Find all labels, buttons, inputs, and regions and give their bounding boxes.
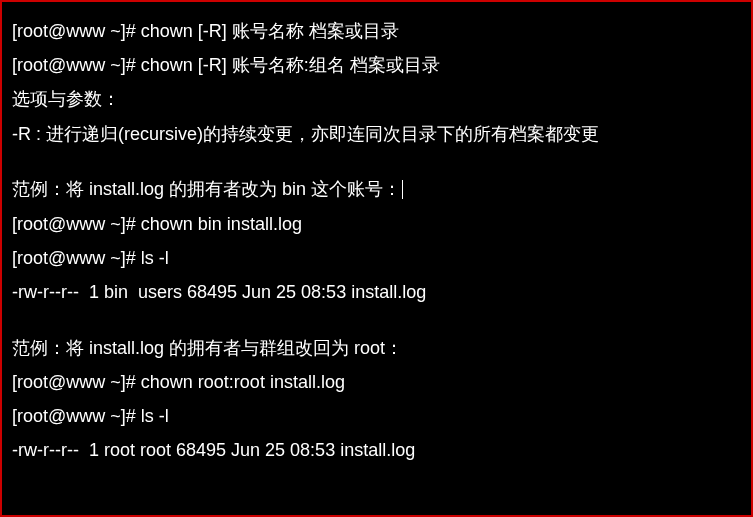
text-cursor-icon	[402, 180, 403, 200]
terminal-line: [root@www ~]# chown bin install.log	[12, 207, 741, 241]
terminal-line: -rw-r--r-- 1 root root 68495 Jun 25 08:5…	[12, 433, 741, 467]
terminal-line: [root@www ~]# chown root:root install.lo…	[12, 365, 741, 399]
terminal-window[interactable]: [root@www ~]# chown [-R] 账号名称 档案或目录 [roo…	[12, 14, 741, 467]
terminal-line: [root@www ~]# ls -l	[12, 399, 741, 433]
terminal-line: 范例：将 install.log 的拥有者改为 bin 这个账号：	[12, 172, 741, 206]
terminal-line: [root@www ~]# chown [-R] 账号名称:组名 档案或目录	[12, 48, 741, 82]
terminal-blank-line	[12, 151, 741, 173]
terminal-line: -rw-r--r-- 1 bin users 68495 Jun 25 08:5…	[12, 275, 741, 309]
terminal-text: 范例：将 install.log 的拥有者改为 bin 这个账号：	[12, 179, 401, 199]
terminal-line: [root@www ~]# ls -l	[12, 241, 741, 275]
terminal-line: [root@www ~]# chown [-R] 账号名称 档案或目录	[12, 14, 741, 48]
terminal-line: 选项与参数：	[12, 82, 741, 116]
terminal-line: -R : 进行递归(recursive)的持续变更，亦即连同次目录下的所有档案都…	[12, 117, 741, 151]
terminal-blank-line	[12, 309, 741, 331]
terminal-line: 范例：将 install.log 的拥有者与群组改回为 root：	[12, 331, 741, 365]
